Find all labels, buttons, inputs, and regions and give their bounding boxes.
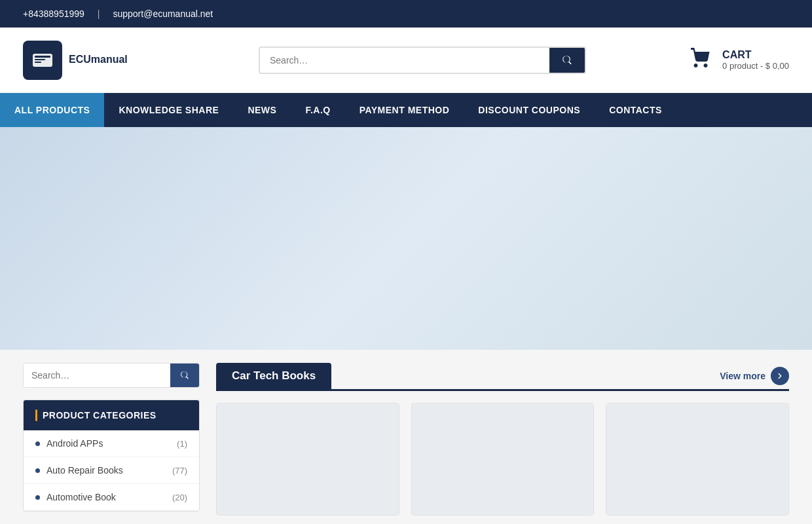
svg-rect-3: [35, 62, 41, 63]
product-categories-header: PRODUCT CATEGORIES: [24, 400, 199, 430]
cart-area[interactable]: CART 0 product - $ 0,00: [658, 46, 789, 74]
product-card-image-3: [606, 403, 788, 515]
main-content: PRODUCT CATEGORIES Android APPs (1) Auto…: [0, 350, 812, 524]
category-item-automotive-book[interactable]: Automotive Book (20): [24, 484, 199, 511]
view-more-label: View more: [720, 371, 766, 381]
sidebar-search-input[interactable]: [24, 364, 170, 387]
category-name: Android APPs: [46, 438, 177, 449]
sidebar-search-button[interactable]: [170, 364, 199, 387]
search-input[interactable]: [260, 48, 549, 73]
category-count: (77): [172, 466, 187, 476]
category-item-auto-repair-books[interactable]: Auto Repair Books (77): [24, 457, 199, 484]
logo-text: ECUmanual: [69, 53, 128, 67]
chevron-right-icon: [775, 371, 784, 381]
nav-item-news[interactable]: NEWS: [233, 93, 291, 127]
category-dot: [35, 495, 40, 500]
sidebar-search-icon: [179, 370, 190, 381]
product-categories-title: PRODUCT CATEGORIES: [43, 410, 157, 421]
category-name: Automotive Book: [46, 492, 172, 502]
banner-area: [0, 127, 812, 350]
nav-item-contacts[interactable]: CONTACTS: [595, 93, 676, 127]
svg-rect-1: [35, 56, 50, 58]
banner-placeholder: [0, 127, 812, 350]
cart-icon: [689, 46, 712, 74]
products-grid: [216, 403, 789, 515]
category-dot: [35, 441, 40, 446]
section-title: Car Tech Books: [216, 363, 331, 389]
divider: |: [98, 9, 100, 19]
category-dot: [35, 468, 40, 473]
category-count: (20): [172, 493, 187, 502]
sidebar: PRODUCT CATEGORIES Android APPs (1) Auto…: [23, 363, 200, 512]
view-more-button[interactable]: View more: [720, 367, 789, 385]
top-bar: +84388951999 | support@ecumanual.net: [0, 0, 812, 28]
cart-detail: 0 product - $ 0,00: [722, 61, 789, 71]
logo-icon: [23, 41, 62, 80]
main-nav: ALL PRODUCTS KNOWLEDGE SHARE NEWS F.A.Q …: [0, 93, 812, 127]
email-address[interactable]: support@ecumanual.net: [113, 9, 213, 19]
logo-svg: [31, 48, 54, 72]
category-count: (1): [177, 439, 187, 449]
shopping-cart-icon: [689, 46, 712, 69]
product-card-image-1: [217, 403, 399, 515]
view-more-icon-circle: [771, 367, 789, 385]
logo-area: ECUmanual: [23, 41, 187, 80]
section-header-wrap: Car Tech Books View more: [216, 363, 789, 391]
cart-info: CART 0 product - $ 0,00: [722, 49, 789, 71]
product-card-image-2: [412, 403, 594, 515]
phone-number[interactable]: +84388951999: [23, 9, 84, 19]
search-box: [259, 47, 586, 74]
product-card-3[interactable]: [606, 403, 789, 515]
nav-item-all-products[interactable]: ALL PRODUCTS: [0, 93, 104, 127]
sidebar-search-box: [23, 363, 200, 388]
product-categories-box: PRODUCT CATEGORIES Android APPs (1) Auto…: [23, 400, 200, 512]
search-icon: [561, 54, 573, 66]
search-button[interactable]: [549, 48, 585, 73]
product-card-2[interactable]: [411, 403, 595, 515]
svg-rect-2: [35, 59, 45, 60]
products-area: Car Tech Books View more: [216, 363, 789, 515]
search-area: [259, 47, 586, 74]
category-name: Auto Repair Books: [46, 465, 172, 476]
product-card-1[interactable]: [216, 403, 399, 515]
header: ECUmanual CART 0 product - $ 0,00: [0, 28, 812, 93]
category-item-android-apps[interactable]: Android APPs (1): [24, 430, 199, 457]
nav-item-knowledge-share[interactable]: KNOWLEDGE SHARE: [104, 93, 233, 127]
nav-item-payment-method[interactable]: PAYMENT METHOD: [345, 93, 464, 127]
nav-item-discount-coupons[interactable]: DISCOUNT COUPONS: [464, 93, 595, 127]
nav-item-faq[interactable]: F.A.Q: [291, 93, 344, 127]
cart-label: CART: [722, 49, 789, 61]
